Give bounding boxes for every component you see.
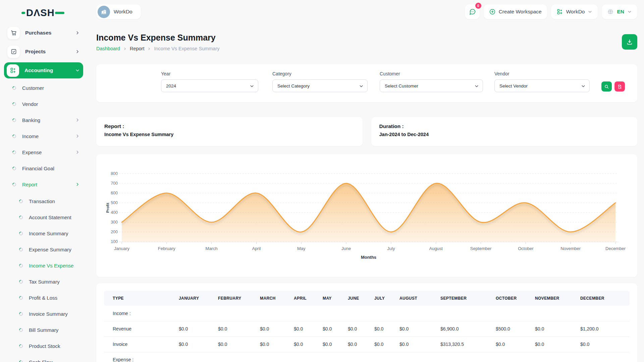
search-icon <box>604 84 609 89</box>
messages-button[interactable]: 0 <box>465 4 480 19</box>
sidebar-item-projects[interactable]: Projects <box>4 44 83 60</box>
breadcrumb-dashboard[interactable]: Dashboard <box>96 46 120 51</box>
messages-badge: 0 <box>475 3 481 9</box>
cell-value: $0.0 <box>374 321 399 337</box>
chevron-right-icon <box>75 150 80 155</box>
cell-value: $0.0 <box>260 337 294 352</box>
sidebar-item-accounting[interactable]: Accounting <box>4 62 83 78</box>
chevron-down-icon <box>627 9 632 14</box>
sidebar-item-bill-summary[interactable]: Bill Summary <box>4 322 83 338</box>
sidebar-item-report[interactable]: Report <box>4 176 83 192</box>
app-menu-button[interactable]: WorkDo <box>551 4 598 19</box>
section-label: Expense : <box>104 352 630 362</box>
sidebar-item-label: Financial Goal <box>22 166 54 171</box>
cell-value: $0.0 <box>374 337 399 352</box>
table-header-row: TYPEJANUARYFEBRUARYMARCHAPRILMAYJUNEJULY… <box>104 291 630 306</box>
svg-text:July: July <box>387 246 395 251</box>
search-button[interactable] <box>601 81 612 92</box>
language-selector[interactable]: EN <box>602 4 637 19</box>
svg-text:October: October <box>518 246 534 251</box>
sidebar-item-expense-summary[interactable]: Expense Summary <box>4 241 83 257</box>
filter-fields: Year2024CategorySelect CategoryCustomerS… <box>161 71 590 92</box>
workspace-avatar <box>98 6 110 18</box>
sidebar-item-label: Purchases <box>25 30 51 36</box>
cell-value: $0.0 <box>179 337 218 352</box>
workspace-name: WorkDo <box>114 9 132 15</box>
sidebar-item-label: Invoice Summary <box>29 311 68 317</box>
duration-card-value: Jan-2024 to Dec-2024 <box>379 132 630 137</box>
create-workspace-button[interactable]: Create Workspace <box>484 4 547 19</box>
download-button[interactable] <box>622 34 637 50</box>
column-header-may: MAY <box>323 291 348 306</box>
tasks-icon <box>7 46 20 58</box>
cell-value: $0.0 <box>294 337 323 352</box>
reset-button[interactable] <box>614 81 625 92</box>
svg-text:100: 100 <box>111 239 118 244</box>
filter-field-vendor: VendorSelect Vendor <box>494 71 590 92</box>
sidebar-item-expense[interactable]: Expense <box>4 144 83 160</box>
sidebar-item-label: Cash Flow <box>29 359 53 362</box>
cell-value: $1,200.0 <box>580 321 630 337</box>
main-content: Income Vs Expense Summary Dashboard Repo… <box>96 28 637 362</box>
svg-text:Months: Months <box>361 255 376 260</box>
cell-value: $500.0 <box>496 321 535 337</box>
sidebar-item-label: Vendor <box>22 101 38 107</box>
sidebar-item-label: Customer <box>22 85 44 91</box>
chevron-down-icon <box>474 84 479 88</box>
cell-value: $0.0 <box>260 321 294 337</box>
bullet-icon <box>18 198 24 204</box>
column-header-november: NOVEMBER <box>535 291 580 306</box>
svg-text:600: 600 <box>111 191 118 195</box>
sidebar-item-label: Projects <box>25 49 46 55</box>
sidebar-item-cash-flow[interactable]: Cash Flow <box>4 354 83 362</box>
bullet-icon <box>12 149 17 155</box>
column-header-march: MARCH <box>260 291 294 306</box>
filter-category-select[interactable]: Select Category <box>272 79 368 92</box>
chevron-down-icon <box>588 9 592 14</box>
breadcrumb-report[interactable]: Report <box>130 46 145 51</box>
filter-year-select[interactable]: 2024 <box>161 79 258 92</box>
sidebar-item-customer[interactable]: Customer <box>4 80 83 96</box>
cell-value: $0.0 <box>348 337 374 352</box>
plus-circle-icon <box>489 8 496 15</box>
sidebar-item-vendor[interactable]: Vendor <box>4 96 83 112</box>
filter-customer-select[interactable]: Select Customer <box>380 79 483 92</box>
filter-vendor-select[interactable]: Select Vendor <box>494 79 590 92</box>
column-header-january: JANUARY <box>179 291 218 306</box>
globe-icon <box>607 8 614 15</box>
bullet-icon <box>18 327 24 333</box>
sidebar-item-invoice-summary[interactable]: Invoice Summary <box>4 306 83 322</box>
svg-text:800: 800 <box>111 171 118 176</box>
svg-text:500: 500 <box>111 200 118 205</box>
sidebar-item-account-statement[interactable]: Account Statement <box>4 209 83 225</box>
svg-text:August: August <box>429 246 443 251</box>
sidebar-item-label: Expense <box>22 149 42 155</box>
workspace-switcher[interactable]: WorkDo <box>96 4 141 19</box>
column-header-april: APRIL <box>294 291 323 306</box>
sidebar-item-label: Account Statement <box>29 215 71 220</box>
cell-value: $0.0 <box>399 321 440 337</box>
svg-text:DΛSH: DΛSH <box>26 7 55 18</box>
column-header-september: SEPTEMBER <box>440 291 496 306</box>
filter-label: Category <box>272 71 368 76</box>
duration-card-label: Duration : <box>379 123 630 129</box>
sidebar-item-banking[interactable]: Banking <box>4 112 83 128</box>
sidebar-item-income[interactable]: Income <box>4 128 83 144</box>
sidebar-item-label: Income Vs Expense <box>29 263 73 268</box>
app-menu-label: WorkDo <box>566 9 585 15</box>
sidebar-item-product-stock[interactable]: Product Stock <box>4 338 83 354</box>
sidebar-item-financial-goal[interactable]: Financial Goal <box>4 160 83 176</box>
sidebar-item-income-vs-expense[interactable]: Income Vs Expense <box>4 257 83 274</box>
sidebar-item-income-summary[interactable]: Income Summary <box>4 225 83 241</box>
sidebar-item-label: Expense Summary <box>29 247 71 252</box>
sidebar-item-purchases[interactable]: Purchases <box>4 25 83 41</box>
sidebar-item-tax-summary[interactable]: Tax Summary <box>4 274 83 290</box>
svg-text:December: December <box>605 246 626 251</box>
sidebar-item-label: Accounting <box>24 67 53 73</box>
app-logo[interactable]: DΛSH <box>21 7 65 19</box>
sidebar-item-transaction[interactable]: Transaction <box>4 193 83 209</box>
column-header-july: JULY <box>374 291 399 306</box>
cell-value: $6,900.0 <box>440 321 496 337</box>
income-vs-expense-table: TYPEJANUARYFEBRUARYMARCHAPRILMAYJUNEJULY… <box>104 291 630 362</box>
sidebar-item-profit-loss[interactable]: Profit & Loss <box>4 290 83 306</box>
